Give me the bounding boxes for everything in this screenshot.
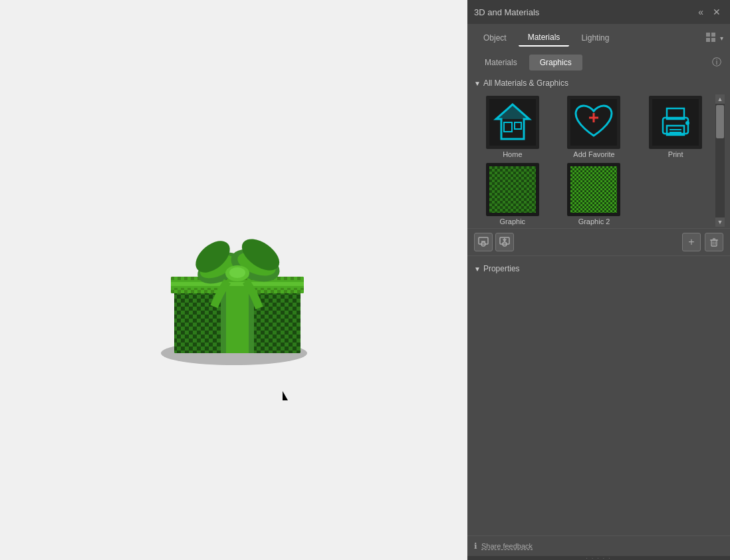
grid-content: Home Add Favo bbox=[473, 94, 715, 227]
gift-box-svg bbox=[141, 187, 327, 373]
delete-button[interactable] bbox=[705, 233, 723, 251]
panel-resize-bar[interactable]: · · · · · bbox=[467, 556, 730, 560]
close-button[interactable]: ✕ bbox=[710, 5, 723, 19]
panel-spacer bbox=[467, 398, 730, 535]
trash-icon bbox=[709, 237, 719, 247]
svg-rect-33 bbox=[479, 237, 488, 244]
home-icon bbox=[489, 99, 536, 146]
sub-tab-materials[interactable]: Materials bbox=[474, 55, 528, 70]
export-icon bbox=[499, 237, 510, 247]
resize-dots: · · · · · bbox=[586, 555, 611, 561]
gift-box bbox=[141, 187, 327, 373]
properties-section: ▼ Properties bbox=[467, 255, 730, 398]
svg-rect-8 bbox=[706, 38, 710, 42]
properties-header[interactable]: ▼ Properties bbox=[467, 259, 730, 279]
tab-icon-area: ▾ bbox=[705, 32, 723, 44]
scroll-thumb[interactable] bbox=[716, 105, 724, 138]
grid-row-2: Graphic bbox=[473, 162, 715, 227]
tab-object[interactable]: Object bbox=[474, 30, 516, 46]
svg-rect-28 bbox=[489, 166, 536, 213]
footer-info-icon: ℹ bbox=[474, 541, 477, 551]
grid-item-print[interactable]: Print bbox=[636, 94, 715, 160]
graphic-label: Graphic bbox=[500, 217, 526, 225]
ribbon-vert-light bbox=[226, 287, 249, 353]
ribbon-horiz-stripe bbox=[171, 282, 304, 286]
home-thumbnail bbox=[486, 96, 539, 149]
svg-rect-40 bbox=[711, 240, 717, 246]
grid-view-icon[interactable] bbox=[705, 32, 717, 44]
graphic2-preview-icon bbox=[570, 166, 617, 213]
graphic-thumbnail bbox=[486, 163, 539, 216]
sub-tab-graphics[interactable]: Graphics bbox=[529, 55, 582, 70]
print-label: Print bbox=[668, 150, 683, 158]
graphic2-thumbnail bbox=[567, 163, 620, 216]
grid-row-1: Home Add Favo bbox=[473, 94, 715, 160]
import-icon bbox=[478, 237, 489, 247]
grid-area: Home Add Favo bbox=[467, 93, 730, 228]
print-thumbnail bbox=[649, 96, 702, 149]
properties-arrow-icon: ▼ bbox=[474, 265, 481, 273]
main-tabs: Object Materials Lighting ▾ bbox=[467, 24, 730, 52]
tab-lighting[interactable]: Lighting bbox=[572, 30, 618, 46]
properties-title: Properties bbox=[483, 264, 520, 273]
panel-titlebar: 3D and Materials « ✕ bbox=[467, 0, 730, 24]
grid-item-favorite[interactable]: Add Favorite bbox=[554, 94, 634, 160]
bow-knot-light bbox=[229, 267, 245, 278]
svg-rect-7 bbox=[711, 33, 715, 37]
add-button[interactable]: + bbox=[682, 233, 701, 251]
svg-rect-6 bbox=[706, 33, 710, 37]
grid-item-empty bbox=[636, 162, 715, 227]
side-panel: 3D and Materials « ✕ Object Materials Li… bbox=[467, 0, 730, 560]
svg-rect-9 bbox=[711, 38, 715, 42]
toolbar-row: + bbox=[467, 228, 730, 255]
grid-item-graphic2[interactable]: Graphic 2 bbox=[554, 162, 634, 227]
export-button[interactable] bbox=[495, 233, 514, 251]
panel-title: 3D and Materials bbox=[474, 7, 539, 17]
section-header[interactable]: ▼ All Materials & Graphics bbox=[467, 73, 730, 93]
svg-rect-18 bbox=[652, 99, 699, 146]
titlebar-controls: « ✕ bbox=[695, 5, 723, 19]
section-arrow-icon: ▼ bbox=[474, 80, 481, 87]
svg-point-22 bbox=[685, 121, 689, 125]
print-icon bbox=[652, 99, 699, 146]
home-label: Home bbox=[503, 150, 522, 158]
feedback-link[interactable]: Share feedback bbox=[481, 542, 533, 550]
grid-scroll-wrapper: Home Add Favo bbox=[473, 94, 725, 227]
mouse-cursor bbox=[283, 391, 288, 400]
tab-materials[interactable]: Materials bbox=[519, 29, 570, 47]
scroll-down-button[interactable]: ▼ bbox=[715, 217, 725, 227]
section-title: All Materials & Graphics bbox=[483, 78, 568, 88]
scroll-up-button[interactable]: ▲ bbox=[715, 94, 725, 104]
dropdown-icon[interactable]: ▾ bbox=[720, 35, 723, 42]
scrollbar-vertical: ▲ ▼ bbox=[715, 94, 725, 227]
graphic-preview-icon bbox=[489, 166, 536, 213]
collapse-button[interactable]: « bbox=[695, 5, 706, 19]
grid-item-graphic[interactable]: Graphic bbox=[473, 162, 552, 227]
sub-tabs: Materials Graphics ⓘ bbox=[467, 52, 730, 73]
add-favorite-icon bbox=[570, 99, 617, 146]
graphic2-label: Graphic 2 bbox=[578, 217, 610, 225]
toolbar-import-export bbox=[474, 233, 514, 251]
import-button[interactable] bbox=[474, 233, 493, 251]
grid-item-home[interactable]: Home bbox=[473, 94, 552, 160]
panel-bottom: ℹ Share feedback bbox=[467, 535, 730, 556]
canvas-area bbox=[0, 0, 467, 560]
svg-rect-32 bbox=[570, 166, 617, 213]
info-button[interactable]: ⓘ bbox=[710, 56, 723, 69]
favorite-thumbnail bbox=[567, 96, 620, 149]
favorite-label: Add Favorite bbox=[573, 150, 614, 158]
scroll-track bbox=[715, 104, 725, 217]
